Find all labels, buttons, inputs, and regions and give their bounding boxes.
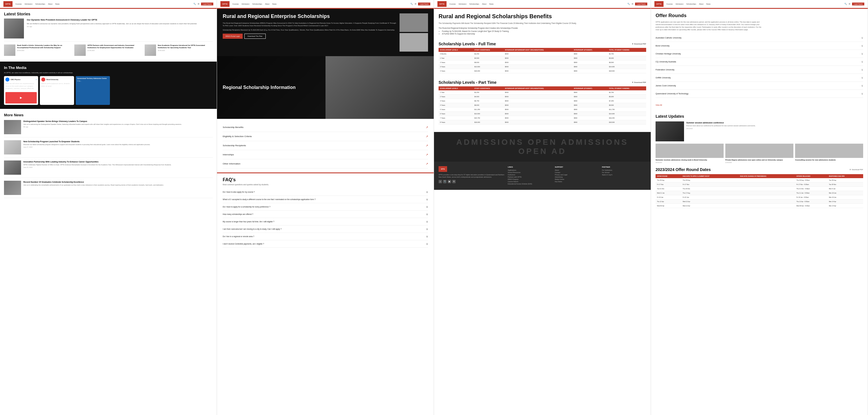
nav-admission-p2[interactable]: Admission [242, 3, 249, 5]
footer-partner-institutions[interactable]: For Institutions [602, 169, 646, 171]
latest-stories-heading: Latest Stories [4, 12, 213, 16]
search-icon-p3[interactable]: 🔍 [627, 3, 630, 5]
brand-logo-p4[interactable]: OPTE [654, 1, 663, 7]
footer-partner-apply[interactable]: Apply or Log In [602, 174, 646, 176]
instagram-icon[interactable]: 📷 [443, 180, 446, 183]
faq-title: FAQ's [223, 177, 428, 182]
nav-about-p2[interactable]: About [265, 3, 270, 5]
footer-link-rres[interactable]: RRES Program [508, 178, 552, 180]
nav-courses-p2[interactable]: Courses [232, 3, 239, 5]
twitter-icon[interactable]: ✕ [452, 180, 456, 183]
menu-icon-p2[interactable]: ☰ [415, 3, 416, 5]
footer-partner-school[interactable]: For School [602, 172, 646, 173]
footer-link-partners[interactable]: Partners with OPTE [508, 176, 552, 178]
menu-other-info[interactable]: Other Information ↗ [223, 159, 428, 169]
menu-internships[interactable]: Internships ↗ [223, 150, 428, 159]
col-total-pt: TOTAL STUDENT FUNDING [608, 86, 646, 90]
login-button-p3[interactable]: Login/Apply [635, 3, 647, 5]
uni-griffith[interactable]: Griffith University ∨ [656, 74, 863, 82]
nav-about[interactable]: About [48, 3, 53, 5]
portal-login-button[interactable]: RRES Portal Login [223, 34, 243, 39]
uni-qut[interactable]: Queensland University of Technology ∨ [656, 90, 863, 98]
nav-admission[interactable]: Admission [25, 3, 32, 5]
uni-acu[interactable]: Australian Catholic University ∨ [656, 34, 863, 42]
menu-icon-p3[interactable]: ☰ [632, 3, 633, 5]
nav-news[interactable]: News [55, 3, 60, 5]
fulltime-table-header: Scholarship Levels - Full Time ⬇ Downloa… [439, 41, 646, 46]
footer-support-keydates[interactable]: Key Dates [555, 181, 599, 182]
nav-scholarships[interactable]: Scholarships [35, 3, 45, 5]
faq-item-1[interactable]: What is E I accepted to study a differen… [223, 196, 428, 203]
small-update-1: Private Degree admissions now open onlin… [725, 144, 794, 163]
nav-courses-p4[interactable]: Courses [666, 3, 673, 5]
download-icon-pt: ⬇ [632, 81, 633, 83]
footer-support-about[interactable]: About [555, 169, 599, 171]
faq-item-5[interactable]: I am from rural area but I am moving to … [223, 226, 428, 233]
nav-about-p4[interactable]: About [699, 3, 704, 5]
faq-item-6[interactable]: Do I live in a regional or remote area ?… [223, 233, 428, 240]
footer-support-col: SUPPORT About Contact Privacy and Legal … [555, 166, 599, 185]
faq-item-4[interactable]: My course is longer than four years full… [223, 218, 428, 226]
view-all-link[interactable]: View All [656, 104, 662, 106]
uni-cq[interactable]: CQ University Australia ∨ [656, 58, 863, 66]
download-plan-button[interactable]: Download The Plan [244, 34, 266, 39]
nav-courses-p3[interactable]: Courses [450, 3, 456, 5]
fulltime-download[interactable]: ⬇ Download PDF [632, 43, 646, 45]
nav-news-p4[interactable]: News [706, 3, 711, 5]
footer-link-school[interactable]: School Resources [508, 172, 552, 173]
uni-christian[interactable]: Christian Heritage University ∨ [656, 50, 863, 58]
nav-scholarships-p2[interactable]: Scholarships [252, 3, 262, 5]
nav-news-p2[interactable]: News [272, 3, 277, 5]
faq-section: FAQ's Most common questions and queries … [217, 173, 434, 252]
uni-jcu[interactable]: James Cook University ∨ [656, 82, 863, 90]
search-icon-p4[interactable]: 🔍 [844, 3, 847, 5]
nav-admission-p3[interactable]: Admission [459, 3, 466, 5]
parttime-download[interactable]: ⬇ Download PDF [632, 81, 646, 83]
footer-support-advertising[interactable]: Advertising [555, 176, 599, 178]
nav-admission-p4[interactable]: Admission [676, 3, 683, 5]
menu-eligibility[interactable]: Eligibility & Selection Criteria ↗ [223, 132, 428, 141]
small-update-0-image [656, 144, 724, 158]
panel-scholarship-benefits: OPTE Courses Admission Scholarships Abou… [434, 0, 651, 415]
nav-scholarships-p4[interactable]: Scholarships [686, 3, 696, 5]
brand-logo[interactable]: OPTE [3, 1, 12, 7]
menu-icon[interactable]: ☰ [198, 3, 199, 5]
brand-logo-p2[interactable]: OPTE [220, 1, 229, 7]
nav-news-p3[interactable]: News [489, 3, 494, 5]
youtube-icon[interactable]: ▶ [448, 180, 451, 183]
footer-link-course-search[interactable]: Course Search [508, 181, 552, 182]
footer-link-institutions[interactable]: Institutions [508, 174, 552, 176]
uni-federation[interactable]: Federation University ∨ [656, 66, 863, 74]
login-button[interactable]: Login/Apply [201, 3, 213, 5]
footer-support-contact[interactable]: Contact [555, 172, 599, 173]
search-icon-p2[interactable]: 🔍 [410, 3, 413, 5]
footer-link-applications[interactable]: Applications [508, 169, 552, 171]
faq-item-7[interactable]: I don't receive Centrelink payments, am … [223, 240, 428, 248]
col-level-pt: SCHOLARSHIP LEVELS [439, 86, 473, 90]
faq-item-2[interactable]: Do I have to apply for a scholarship for… [223, 203, 428, 211]
facebook-icon[interactable]: f [439, 180, 442, 183]
faq-item-3[interactable]: How many scholarships are offered ? ∨ [223, 211, 428, 218]
table-row: 7 Years$15,750$500$500$16,250 [439, 116, 646, 120]
main-update: Summer session admission conference Find… [656, 121, 863, 141]
menu-recipients[interactable]: Scholarship Reciptents ↗ [223, 141, 428, 150]
nav-about-p3[interactable]: About [482, 3, 487, 5]
nav-right-p2: 🔍 ☰ Login/Apply [410, 3, 430, 5]
menu-scholarship-benefits[interactable]: Scholarship Benefits ↗ [223, 123, 428, 132]
footer-support-media[interactable]: Media Centre [555, 178, 599, 180]
more-news-0-image [4, 120, 21, 134]
footer-support-privacy[interactable]: Privacy and Legal [555, 174, 599, 176]
dates-col-round: OFFER ROUND [656, 174, 681, 178]
login-button-p2[interactable]: Login/Apply [418, 3, 430, 5]
panel-offer-rounds: OPTE Courses Admission Scholarships Abou… [651, 0, 868, 415]
brand-logo-p3[interactable]: OPTE [437, 1, 446, 7]
search-icon[interactable]: 🔍 [193, 3, 196, 5]
nav-scholarships-p3[interactable]: Scholarships [469, 3, 479, 5]
footer-link-eas[interactable]: Educational Access Scheme (EAS) [508, 183, 552, 185]
login-button-p4[interactable]: Login/Apply [852, 3, 864, 5]
uni-bond[interactable]: Bond University ∨ [656, 42, 863, 50]
menu-icon-p4[interactable]: ☰ [849, 3, 850, 5]
offer-dates-download[interactable]: ⬇ Download PDF [849, 169, 863, 171]
nav-courses[interactable]: Courses [16, 3, 22, 5]
faq-item-0[interactable]: Do I have to also apply for my course ? … [223, 188, 428, 196]
